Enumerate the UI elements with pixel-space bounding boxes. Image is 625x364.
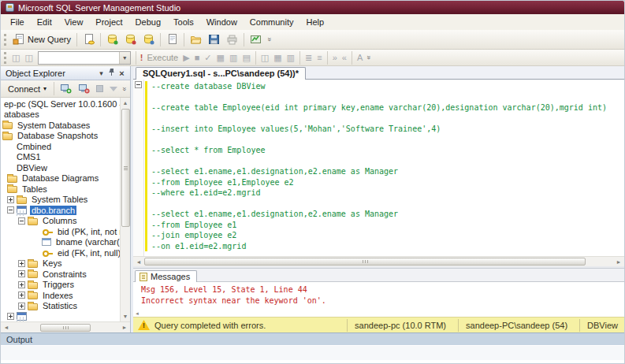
output-panel-header[interactable]: Output: [1, 332, 624, 345]
expander-plus-icon[interactable]: [18, 303, 25, 310]
menu-item-window[interactable]: Window: [200, 16, 244, 28]
title-bar[interactable]: Microsoft SQL Server Management Studio: [1, 1, 624, 14]
results-grid-icon[interactable]: ▤: [240, 53, 252, 63]
menu-item-help[interactable]: Help: [299, 16, 330, 28]
parse-check-icon[interactable]: ✓: [202, 53, 214, 63]
toolbar-grip[interactable]: [4, 34, 6, 46]
expander-minus-icon[interactable]: [18, 217, 25, 225]
scroll-up-icon[interactable]: ▲: [121, 98, 130, 108]
tree-item[interactable]: Constraints: [1, 269, 130, 280]
tree-item[interactable]: bname (varchar(2: [1, 237, 130, 248]
menu-item-project[interactable]: Project: [89, 16, 128, 28]
tree-item[interactable]: Columns: [1, 216, 130, 227]
sql-editor[interactable]: --create database DBView --create table …: [133, 80, 624, 256]
scroll-right-icon[interactable]: ►: [119, 325, 130, 330]
connect-server-button[interactable]: [57, 82, 75, 95]
tree-item[interactable]: Keys: [1, 258, 130, 269]
tree-item[interactable]: DBView: [1, 162, 130, 173]
analyze-button[interactable]: [163, 32, 181, 46]
uncomment-icon[interactable]: ≡: [314, 53, 324, 62]
open-file-button[interactable]: [80, 32, 98, 46]
scrollbar-thumb[interactable]: [144, 258, 586, 266]
tree-item[interactable]: bid (PK, int, not n: [1, 226, 130, 237]
object-explorer-tree[interactable]: ep-pc (SQL Server 10.0.1600 - sanatabase…: [1, 98, 130, 321]
toolbar-overflow-icon[interactable]: »: [365, 54, 373, 61]
menu-item-community[interactable]: Community: [244, 16, 300, 28]
disconnect-server-button[interactable]: [75, 82, 93, 95]
menu-item-tools[interactable]: Tools: [167, 16, 200, 28]
tree-item[interactable]: Database Diagrams: [1, 173, 130, 184]
disconnect-query-icon[interactable]: ◫: [22, 53, 35, 63]
tree-item[interactable]: Cmbined: [1, 141, 130, 152]
combo-dropdown-button[interactable]: ▾: [119, 52, 130, 64]
activity-monitor-button[interactable]: [247, 32, 266, 46]
tree-item[interactable]: Indexes: [1, 290, 130, 301]
tree-item[interactable]: CMS1: [1, 152, 130, 163]
expander-plus-icon[interactable]: [18, 260, 25, 267]
messages-body[interactable]: Msg 156, Level 15, State 1, Line 44Incor…: [133, 282, 624, 310]
menu-item-file[interactable]: File: [4, 16, 31, 28]
tree-item[interactable]: Triggers: [1, 280, 130, 291]
comment-icon[interactable]: ≣: [303, 53, 314, 63]
scroll-right-icon[interactable]: ►: [613, 259, 624, 265]
editor-horizontal-scrollbar[interactable]: ◄ ►: [133, 256, 624, 266]
messages-horizontal-scrollbar[interactable]: ◄: [133, 310, 624, 317]
menu-item-debug[interactable]: Debug: [129, 16, 167, 28]
new-query-button[interactable]: New Query: [9, 32, 74, 46]
open-button[interactable]: [187, 32, 205, 46]
results-text-icon[interactable]: ◫: [259, 53, 271, 63]
tree-item[interactable]: eid (FK, int, null): [1, 247, 130, 258]
intellisense-icon[interactable]: ▥: [227, 53, 240, 63]
debug-play-icon[interactable]: ▶: [180, 53, 192, 63]
close-icon[interactable]: ×: [117, 69, 127, 78]
tree-item[interactable]: Tables: [1, 184, 130, 195]
connect-button[interactable]: Connect ▾: [3, 82, 51, 96]
scroll-left-icon[interactable]: ◄: [133, 259, 144, 265]
scrollbar-thumb[interactable]: [121, 109, 130, 227]
results-file-icon[interactable]: ▦: [271, 53, 284, 63]
oe-horizontal-scrollbar[interactable]: ◄ ►: [1, 321, 130, 332]
collapse-minus-icon[interactable]: [135, 81, 142, 88]
output-panel-body[interactable]: [1, 345, 624, 360]
outdent-icon[interactable]: «: [340, 53, 349, 62]
window-position-icon[interactable]: ▾: [96, 69, 106, 77]
expander-plus-icon[interactable]: [18, 281, 25, 288]
expander-plus-icon[interactable]: [7, 196, 14, 203]
scroll-down-icon[interactable]: ▼: [121, 311, 130, 321]
menu-item-edit[interactable]: Edit: [31, 16, 58, 28]
stop-icon[interactable]: ■: [192, 53, 203, 62]
scrollbar-thumb[interactable]: [40, 324, 91, 332]
messages-tab[interactable]: Messages: [135, 270, 197, 282]
tree-item[interactable]: dbo.branch: [1, 205, 130, 216]
print-button[interactable]: [223, 32, 241, 46]
database-combo[interactable]: ▾: [38, 51, 131, 65]
connect-query-icon[interactable]: ◫: [9, 53, 22, 63]
execute-button[interactable]: Execute: [144, 53, 180, 62]
expander-plus-icon[interactable]: [7, 313, 14, 320]
database-button-3[interactable]: [140, 32, 158, 46]
save-button[interactable]: [205, 32, 223, 46]
pin-icon[interactable]: [106, 68, 117, 78]
tree-item[interactable]: ep-pc (SQL Server 10.0.1600 - san: [1, 98, 130, 110]
tree-item[interactable]: atabases: [1, 110, 130, 121]
tree-item[interactable]: [1, 311, 130, 321]
database-button-1[interactable]: [103, 32, 121, 46]
expander-plus-icon[interactable]: [18, 292, 25, 299]
menu-item-view[interactable]: View: [58, 16, 90, 28]
tree-item[interactable]: Database Snapshots: [1, 131, 130, 142]
filter-icon[interactable]: [110, 87, 117, 91]
toolbar-overflow-icon[interactable]: »: [266, 35, 273, 43]
indent-icon[interactable]: »: [330, 53, 340, 62]
scroll-left-icon[interactable]: ◄: [1, 325, 12, 330]
editor-tab[interactable]: SQLQuery1.sql - s...PC\sandeep (54))*: [136, 67, 306, 80]
expander-plus-icon[interactable]: [18, 270, 25, 277]
estimated-plan-icon[interactable]: ▥: [285, 53, 297, 63]
database-button-2[interactable]: [121, 32, 140, 46]
expander-minus-icon[interactable]: [7, 206, 14, 214]
toolbar-overflow-icon[interactable]: »: [121, 85, 128, 92]
vertical-scrollbar[interactable]: ▲ ▼: [120, 98, 130, 321]
tree-item[interactable]: System Tables: [1, 195, 130, 206]
tree-item[interactable]: System Databases: [1, 120, 130, 131]
toolbar-grip[interactable]: [4, 52, 6, 64]
scroll-left-icon[interactable]: ◄: [135, 311, 140, 316]
